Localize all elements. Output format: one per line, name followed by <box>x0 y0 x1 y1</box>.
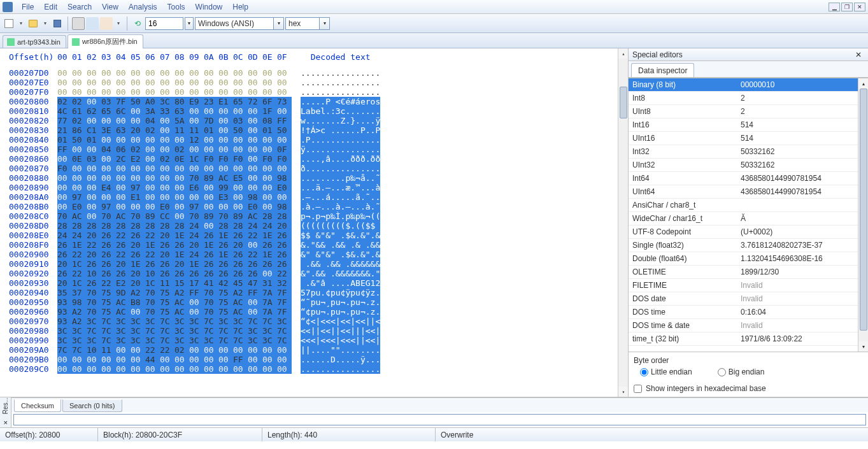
numbase-value: hex <box>286 19 303 28</box>
results-close-icon[interactable]: ✕ <box>3 420 8 426</box>
file-icon <box>72 38 80 46</box>
inspector-value: 0:16:04 <box>737 308 868 317</box>
inspector-row[interactable]: AnsiChar / char8_t <box>629 199 868 212</box>
bottom-tab[interactable]: Checksum <box>14 399 61 412</box>
menu-tools[interactable]: Tools <box>162 1 190 13</box>
inspector-key: Double (float64) <box>629 254 737 263</box>
minimize-button[interactable]: ▁ <box>829 3 840 11</box>
menu-help[interactable]: Help <box>227 1 253 13</box>
inspector-scrollbar[interactable]: ▴ ▾ <box>858 78 868 352</box>
inspector-key: FILETIME <box>629 281 737 290</box>
byteorder-group: Byte order Little endian Big endian <box>629 352 868 380</box>
open-file-button[interactable] <box>27 17 39 30</box>
panel-close-button[interactable]: ✕ <box>853 50 864 59</box>
scroll-down-button[interactable]: ▾ <box>618 387 629 397</box>
toggle-c-dropdown[interactable]: ▾ <box>114 17 123 30</box>
inspector-row[interactable]: UInt16514 <box>629 132 868 145</box>
inspector-key: WideChar / char16_t <box>629 214 737 223</box>
bottom-search-input[interactable] <box>13 414 866 425</box>
hex-pane[interactable]: Offset(h)000102030405060708090A0B0C0D0E0… <box>0 48 629 397</box>
scroll-up-button[interactable]: ▴ <box>618 48 629 59</box>
bottom-tab[interactable]: Search (0 hits) <box>62 399 122 412</box>
menu-analysis[interactable]: Analysis <box>124 1 162 13</box>
inspector-row[interactable]: OLETIME1899/12/30 <box>629 266 868 279</box>
inspector-key: AnsiChar / char8_t <box>629 201 737 210</box>
inspector-row[interactable]: UInt644368580144990781954 <box>629 185 868 199</box>
inspector-row[interactable]: FILETIMEInvalid <box>629 279 868 292</box>
inspector-row[interactable]: DOS time0:16:04 <box>629 306 868 319</box>
numbase-combo[interactable]: hex ▾ <box>285 17 330 30</box>
inspector-key: UInt64 <box>629 187 737 196</box>
inspector-row[interactable]: DOS dateInvalid <box>629 292 868 306</box>
inspector-row[interactable]: Int644368580144990781954 <box>629 172 868 185</box>
file-icon <box>7 38 15 46</box>
inspector-value: 514 <box>737 134 868 143</box>
toggle-a-button[interactable] <box>72 17 85 30</box>
menu-file[interactable]: File <box>17 1 39 13</box>
inspector-key: UTF-8 Codepoint <box>629 227 737 236</box>
save-button[interactable] <box>51 17 64 30</box>
new-file-button[interactable] <box>3 17 15 30</box>
app-icon <box>3 2 13 12</box>
inspector-row[interactable]: Int16514 <box>629 118 868 132</box>
columns-dropdown[interactable]: ▾ <box>185 17 194 30</box>
inspector-row[interactable]: time_t (32 bit)1971/8/6 13:09:22 <box>629 332 868 346</box>
columns-input[interactable] <box>145 17 183 30</box>
inspector-key: UInt16 <box>629 134 737 143</box>
inspector-row[interactable]: UInt3250332162 <box>629 159 868 172</box>
file-tab-label: wr886n原固件.bin <box>82 37 138 46</box>
file-tab[interactable]: art-tp9343.bin <box>3 35 66 48</box>
inspector-key: UInt32 <box>629 160 737 169</box>
menu-window[interactable]: Window <box>190 1 228 13</box>
toolbar: ▾ ▾ ▾ ⟲ ▾ Windows (ANSI) ▾ hex ▾ <box>0 14 868 33</box>
inspector-scroll-down[interactable]: ▾ <box>858 341 868 352</box>
back-button[interactable]: ⟲ <box>131 17 144 30</box>
results-vertical-tab[interactable]: Res... ✕ <box>0 397 11 427</box>
data-inspector-grid[interactable]: Binary (8 bit)00000010Int82UInt82Int1651… <box>629 78 868 352</box>
inspector-value: 2 <box>737 94 868 103</box>
status-offset: Offset(h): 20800 <box>0 428 98 441</box>
inspector-row[interactable]: UTF-8 Codepoint (U+0002) <box>629 225 868 239</box>
inspector-key: Single (float32) <box>629 241 737 250</box>
encoding-combo[interactable]: Windows (ANSI) ▾ <box>195 17 284 30</box>
inspector-key: DOS date <box>629 294 737 303</box>
inspector-row[interactable]: WideChar / char16_tĂ <box>629 212 868 225</box>
open-file-dropdown[interactable]: ▾ <box>41 17 50 30</box>
little-endian-radio[interactable]: Little endian <box>640 367 692 376</box>
big-endian-radio[interactable]: Big endian <box>718 367 765 376</box>
show-hex-checkbox[interactable] <box>634 385 642 393</box>
toggle-c-button[interactable] <box>100 17 113 30</box>
hex-scrollbar[interactable]: ▴ ▾ <box>618 48 628 397</box>
new-file-dropdown[interactable]: ▾ <box>17 17 25 30</box>
inspector-value: 2 <box>737 107 868 116</box>
file-tab[interactable]: wr886n原固件.bin <box>68 34 143 48</box>
inspector-row[interactable]: Binary (8 bit)00000010 <box>629 78 868 92</box>
inspector-key: Int16 <box>629 120 737 129</box>
data-inspector-tab[interactable]: Data inspector <box>631 63 694 77</box>
inspector-row[interactable]: Int3250332162 <box>629 145 868 159</box>
file-tabs: art-tp9343.binwr886n原固件.bin <box>0 33 868 48</box>
inspector-value: 1.13204154696308E-16 <box>737 254 868 263</box>
restore-button[interactable]: ❐ <box>841 3 853 11</box>
menu-search[interactable]: Search <box>62 1 97 13</box>
inspector-row[interactable]: Double (float64)1.13204154696308E-16 <box>629 252 868 266</box>
bottom-panel: Res... ✕ ChecksumSearch (0 hits) <box>0 397 868 427</box>
close-window-button[interactable]: ✕ <box>854 3 865 11</box>
inspector-scroll-up[interactable]: ▴ <box>858 78 868 89</box>
scroll-thumb[interactable] <box>620 87 627 118</box>
menu-edit[interactable]: Edit <box>39 1 62 13</box>
inspector-value: 1899/12/30 <box>737 267 868 276</box>
inspector-scroll-thumb[interactable] <box>860 89 867 331</box>
inspector-key: Int32 <box>629 147 737 156</box>
menu-view[interactable]: View <box>97 1 124 13</box>
byteorder-label: Byte order <box>634 356 863 365</box>
inspector-value: Ă <box>737 214 868 223</box>
inspector-value: 4368580144990781954 <box>737 174 868 183</box>
inspector-row[interactable]: DOS time & dateInvalid <box>629 319 868 332</box>
inspector-value: Invalid <box>737 321 868 330</box>
status-block: Block(h): 20800-20C3F <box>98 428 262 441</box>
toggle-b-button[interactable] <box>86 17 99 30</box>
inspector-row[interactable]: Single (float32)3.76181240820273E-37 <box>629 239 868 252</box>
inspector-row[interactable]: UInt82 <box>629 105 868 118</box>
inspector-row[interactable]: Int82 <box>629 92 868 105</box>
